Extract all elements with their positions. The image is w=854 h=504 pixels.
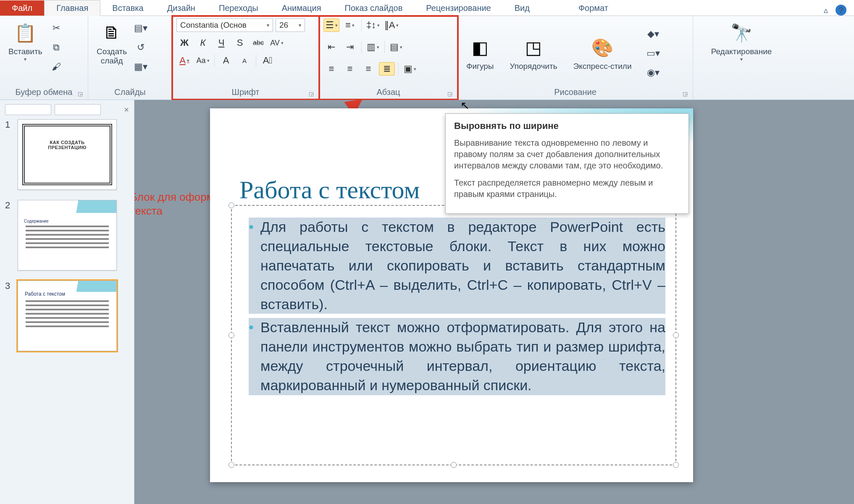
thumbnail-2[interactable]: 2 Содержание xyxy=(5,200,129,270)
group-label-drawing: Рисование◲ xyxy=(462,86,688,99)
resize-handle[interactable] xyxy=(229,332,234,338)
shape-outline-icon[interactable]: ▭▾ xyxy=(646,46,660,60)
decrease-indent-button[interactable]: ⇤ xyxy=(323,40,339,54)
font-size-combo[interactable]: 26▾ xyxy=(276,18,305,32)
launcher-icon[interactable]: ◲ xyxy=(447,91,452,97)
slide-canvas[interactable]: Блок для оформления текста Работа с текс… xyxy=(134,100,854,504)
shape-effects-icon[interactable]: ◉▾ xyxy=(646,66,660,80)
slide-thumbnails-pane: × 1 КАК СОЗДАТЬПРЕЗЕНТАЦИЮ 2 Содержание … xyxy=(0,100,134,504)
new-slide-icon: 🗎 xyxy=(100,21,124,45)
thumbnail-3[interactable]: 3 Работа с текстом xyxy=(5,281,129,351)
help-icon[interactable]: ? xyxy=(836,5,846,16)
arrange-icon: ◳ xyxy=(522,36,545,59)
menu-tabs: Файл Главная Вставка Дизайн Переходы Ани… xyxy=(0,0,854,16)
bullets-button[interactable]: ☰ xyxy=(323,18,339,32)
resize-handle[interactable] xyxy=(673,462,679,468)
group-label-font: Шрифт◲ xyxy=(176,86,315,99)
tab-format[interactable]: Формат xyxy=(567,0,620,16)
increase-indent-button[interactable]: ⇥ xyxy=(342,40,358,54)
tooltip-text: Выравнивание текста одновременно по лево… xyxy=(454,137,680,171)
quick-styles-button[interactable]: 🎨 Экспресс-стили xyxy=(569,33,636,71)
thumbnail-1[interactable]: 1 КАК СОЗДАТЬПРЕЗЕНТАЦИЮ xyxy=(5,119,129,190)
ribbon-minimize-icon[interactable]: ▵ xyxy=(824,5,828,15)
shape-fill-icon[interactable]: ◆▾ xyxy=(646,27,660,41)
justify-button[interactable]: ≣ xyxy=(379,62,395,76)
thumbnails-tab-outline[interactable] xyxy=(55,104,101,115)
bold-button[interactable]: Ж xyxy=(176,36,192,50)
bullet-item[interactable]: Вставленный текст можно отформатировать.… xyxy=(249,318,665,395)
text-placeholder[interactable]: Для работы с текстом в редакторе PowerPo… xyxy=(231,205,676,465)
tab-animation[interactable]: Анимация xyxy=(270,0,333,16)
tab-design[interactable]: Дизайн xyxy=(155,0,207,16)
launcher-icon[interactable]: ◲ xyxy=(309,91,314,97)
group-slides: 🗎 Создать слайд ▤▾ ↺ ▦▾ Слайды xyxy=(88,16,172,100)
align-right-button[interactable]: ≡ xyxy=(360,62,376,76)
section-icon[interactable]: ▦▾ xyxy=(134,60,148,74)
group-label-editing xyxy=(697,86,786,99)
shapes-icon: ◧ xyxy=(468,36,492,59)
group-label-clipboard: Буфер обмена◲ xyxy=(4,86,84,99)
strikethrough-button[interactable]: abc xyxy=(250,36,266,50)
resize-handle[interactable] xyxy=(451,462,457,468)
resize-handle[interactable] xyxy=(229,462,234,468)
thumb-number: 2 xyxy=(5,200,13,270)
tab-transitions[interactable]: Переходы xyxy=(207,0,270,16)
smartart-button[interactable]: ▣ xyxy=(402,62,418,76)
bullet-item[interactable]: Для работы с текстом в редакторе PowerPo… xyxy=(249,218,665,314)
new-slide-button[interactable]: 🗎 Создать слайд xyxy=(92,18,131,66)
clipboard-icon: 📋 xyxy=(13,21,37,45)
tab-slideshow[interactable]: Показ слайдов xyxy=(333,0,415,16)
workspace: × 1 КАК СОЗДАТЬПРЕЗЕНТАЦИЮ 2 Содержание … xyxy=(0,100,854,504)
ribbon: 📋 Вставить ▾ ✂ ⧉ 🖌 Буфер обмена◲ 🗎 Созда… xyxy=(0,16,854,100)
tab-file[interactable]: Файл xyxy=(0,0,44,16)
underline-button[interactable]: Ч xyxy=(213,36,229,50)
shrink-font-button[interactable]: A xyxy=(236,54,252,67)
text-shadow-button[interactable]: S xyxy=(232,36,248,50)
align-center-button[interactable]: ≡ xyxy=(342,62,358,76)
close-pane-icon[interactable]: × xyxy=(124,105,129,115)
group-drawing: ◧ Фигуры ◳ Упорядочить 🎨 Экспресс-стили … xyxy=(458,16,693,100)
tooltip-title: Выровнять по ширине xyxy=(454,121,680,131)
align-left-button[interactable]: ≡ xyxy=(323,62,339,76)
tab-review[interactable]: Рецензирование xyxy=(414,0,502,16)
copy-icon[interactable]: ⧉ xyxy=(49,40,63,55)
text-content[interactable]: Для работы с текстом в редакторе PowerPo… xyxy=(232,206,675,404)
line-spacing-button[interactable]: ‡↕ xyxy=(365,18,381,32)
tooltip-justify: Выровнять по ширине Выравнивание текста … xyxy=(445,113,689,214)
group-editing: 🔭 Редактирование ▾ xyxy=(693,16,790,100)
text-direction-button[interactable]: ‖A xyxy=(384,18,399,32)
new-slide-label: Создать слайд xyxy=(97,47,127,66)
resize-handle[interactable] xyxy=(229,202,234,208)
cut-icon[interactable]: ✂ xyxy=(49,21,63,35)
reset-icon[interactable]: ↺ xyxy=(134,40,148,55)
launcher-icon[interactable]: ◲ xyxy=(78,91,83,97)
font-family-combo[interactable]: Constantia (Основ▾ xyxy=(176,18,273,32)
editing-button[interactable]: 🔭 Редактирование ▾ xyxy=(707,18,776,62)
tab-view[interactable]: Вид xyxy=(503,0,541,16)
paste-label: Вставить xyxy=(8,47,42,56)
format-painter-icon[interactable]: 🖌 xyxy=(49,60,63,74)
char-spacing-button[interactable]: AV xyxy=(269,36,285,50)
resize-handle[interactable] xyxy=(673,332,679,338)
font-color-button[interactable]: A xyxy=(176,54,192,67)
numbering-button[interactable]: ≡ xyxy=(342,18,358,32)
clear-formatting-button[interactable]: A⃠ xyxy=(260,54,276,67)
group-clipboard: 📋 Вставить ▾ ✂ ⧉ 🖌 Буфер обмена◲ xyxy=(0,16,88,100)
italic-button[interactable]: К xyxy=(195,36,211,50)
group-label-paragraph: Абзац◲ xyxy=(323,86,453,99)
layout-icon[interactable]: ▤▾ xyxy=(134,21,148,35)
grow-font-button[interactable]: A xyxy=(218,54,234,67)
launcher-icon[interactable]: ◲ xyxy=(683,91,688,97)
tab-home[interactable]: Главная xyxy=(44,0,100,16)
tab-insert[interactable]: Вставка xyxy=(100,0,155,16)
align-text-button[interactable]: ▤ xyxy=(388,40,404,54)
thumb-number: 3 xyxy=(5,281,13,351)
binoculars-icon: 🔭 xyxy=(730,21,753,45)
thumbnails-tab-slides[interactable] xyxy=(5,104,51,115)
paste-button[interactable]: 📋 Вставить ▾ xyxy=(4,18,47,62)
shapes-button[interactable]: ◧ Фигуры xyxy=(462,33,498,71)
change-case-button[interactable]: Aa xyxy=(195,54,211,67)
group-font: Constantia (Основ▾ 26▾ Ж К Ч S abc AV A … xyxy=(172,16,319,100)
columns-button[interactable]: ▥ xyxy=(365,40,381,54)
arrange-button[interactable]: ◳ Упорядочить xyxy=(506,33,562,71)
